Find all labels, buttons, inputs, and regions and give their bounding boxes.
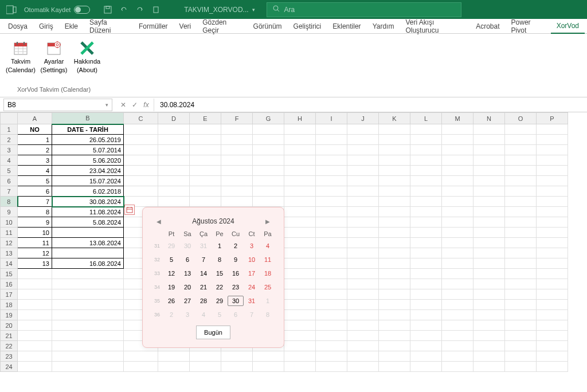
cal-day[interactable]: 13 [179,268,195,279]
cell-E7[interactable] [190,186,221,197]
cell-L4[interactable] [410,155,442,166]
cell-H1[interactable] [284,124,316,135]
enter-icon[interactable]: ✓ [130,100,140,110]
cell-A20[interactable] [18,320,52,331]
workbook-name[interactable]: TAKVIM_XORVOD... ▾ [167,6,266,14]
cal-day[interactable]: 1 [260,296,276,306]
menu-item-xorvod[interactable]: XorVod [551,19,585,34]
cell-O9[interactable] [505,207,537,217]
row-header-19[interactable]: 19 [1,310,18,320]
cell-I4[interactable] [316,155,347,166]
menu-item-yardım[interactable]: Yardım [367,19,400,34]
today-button[interactable]: Bugün [196,326,230,339]
cell-A19[interactable] [18,310,52,320]
row-header-16[interactable]: 16 [1,279,18,289]
cell-K8[interactable] [379,197,410,207]
cell-H20[interactable] [284,320,316,331]
cell-L3[interactable] [410,145,442,155]
cell-M13[interactable] [442,248,473,258]
cal-day[interactable]: 29 [212,296,228,306]
cell-M5[interactable] [442,166,473,176]
cal-day[interactable]: 8 [260,309,276,320]
cell-I14[interactable] [316,258,347,269]
cell-H5[interactable] [284,166,316,176]
undo-icon[interactable] [120,6,128,14]
cell-H7[interactable] [284,186,316,197]
cell-H16[interactable] [284,279,316,289]
cal-day[interactable]: 31 [195,241,212,251]
cell-I11[interactable] [316,228,347,238]
cell-F3[interactable] [221,145,253,155]
cell-I8[interactable] [316,197,347,207]
cell-A5[interactable]: 4 [18,166,52,176]
cell-P2[interactable] [537,135,568,145]
cell-M23[interactable] [442,351,473,362]
cal-day[interactable]: 9 [228,254,244,265]
row-header-3[interactable]: 3 [1,145,18,155]
cell-I10[interactable] [316,217,347,228]
cell-J14[interactable] [347,258,379,269]
cell-P15[interactable] [537,269,568,279]
cell-L22[interactable] [410,341,442,351]
cal-day[interactable]: 30 [228,296,244,306]
cell-H2[interactable] [284,135,316,145]
cell-C7[interactable] [124,186,158,197]
menu-item-geliştirici[interactable]: Geliştirici [288,19,327,34]
cell-I15[interactable] [316,269,347,279]
cell-H15[interactable] [284,269,316,279]
cal-day[interactable]: 10 [244,254,260,265]
cell-P9[interactable] [537,207,568,217]
row-header-6[interactable]: 6 [1,176,18,186]
cell-K13[interactable] [379,248,410,258]
cell-F6[interactable] [221,176,253,186]
cell-K17[interactable] [379,289,410,300]
cell-H21[interactable] [284,331,316,341]
cell-J17[interactable] [347,289,379,300]
cell-H3[interactable] [284,145,316,155]
cell-C24[interactable] [124,362,158,372]
menu-item-sayfa-düzeni[interactable]: Sayfa Düzeni [84,19,133,34]
cell-J12[interactable] [347,238,379,248]
cal-day[interactable]: 25 [260,282,276,292]
cal-day[interactable]: 2 [163,309,179,320]
cell-J24[interactable] [347,362,379,372]
cell-B23[interactable] [52,351,124,362]
cell-G8[interactable] [253,197,284,207]
row-header-4[interactable]: 4 [1,155,18,166]
cal-day[interactable]: 17 [244,268,260,279]
cell-O16[interactable] [505,279,537,289]
menu-item-eklentiler[interactable]: Eklentiler [327,19,366,34]
cell-C1[interactable] [124,124,158,135]
cell-P10[interactable] [537,217,568,228]
cell-K16[interactable] [379,279,410,289]
cell-N14[interactable] [473,258,505,269]
cell-G4[interactable] [253,155,284,166]
cell-H17[interactable] [284,289,316,300]
cell-L14[interactable] [410,258,442,269]
cell-A24[interactable] [18,362,52,372]
cell-B2[interactable]: 26.05.2019 [52,135,124,145]
ribbon-takvim-button[interactable]: Takvim(Calendar) [5,36,37,86]
cell-D2[interactable] [158,135,190,145]
cell-A15[interactable] [18,269,52,279]
cell-D5[interactable] [158,166,190,176]
cell-A23[interactable] [18,351,52,362]
menu-item-görünüm[interactable]: Görünüm [248,19,288,34]
cell-J15[interactable] [347,269,379,279]
cell-M16[interactable] [442,279,473,289]
col-header-L[interactable]: L [410,113,442,124]
cell-N15[interactable] [473,269,505,279]
cell-P24[interactable] [537,362,568,372]
cell-M12[interactable] [442,238,473,248]
cell-J20[interactable] [347,320,379,331]
cal-day[interactable]: 24 [244,282,260,292]
cell-K20[interactable] [379,320,410,331]
cell-M11[interactable] [442,228,473,238]
cell-P6[interactable] [537,176,568,186]
cell-N22[interactable] [473,341,505,351]
cal-day[interactable]: 16 [228,268,244,279]
cell-H24[interactable] [284,362,316,372]
cell-N4[interactable] [473,155,505,166]
cell-M14[interactable] [442,258,473,269]
cell-O8[interactable] [505,197,537,207]
